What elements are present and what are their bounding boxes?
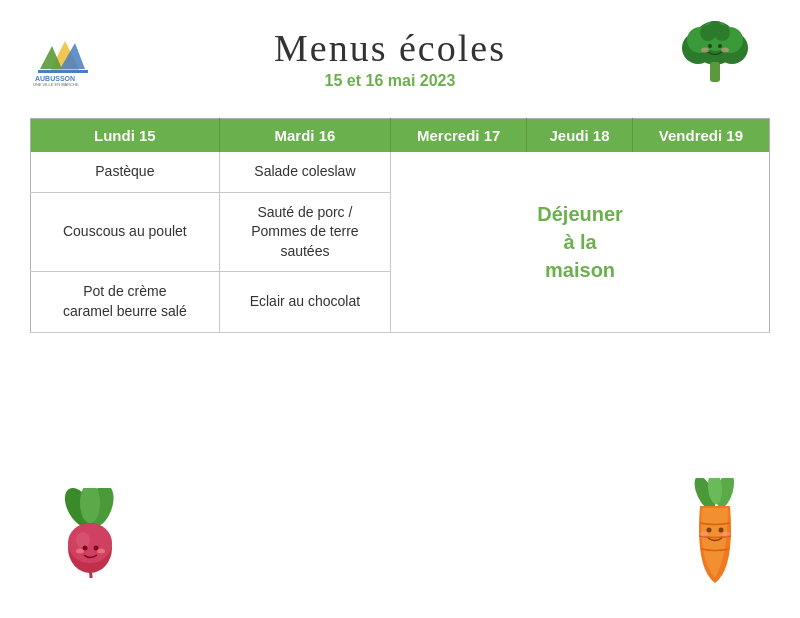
page-title: Menus écoles	[140, 26, 640, 70]
svg-point-29	[97, 549, 105, 554]
svg-point-16	[708, 44, 712, 48]
row1-lundi: Pastèque	[31, 152, 220, 192]
row2-lundi: Couscous au poulet	[31, 192, 220, 272]
table-header-row: Lundi 15 Mardi 16 Mercredi 17 Jeudi 18 V…	[31, 119, 770, 153]
svg-text:AUBUSSON: AUBUSSON	[35, 75, 75, 82]
svg-text:UNE VILLE EN MARCHE: UNE VILLE EN MARCHE	[33, 82, 79, 86]
row3-lundi: Pot de crèmecaramel beurre salé	[31, 272, 220, 332]
row2-mardi: Sauté de porc /Pommes de terresautées	[219, 192, 390, 272]
row3-mardi: Eclair au chocolat	[219, 272, 390, 332]
svg-point-36	[722, 532, 730, 537]
svg-point-19	[721, 48, 729, 53]
broccoli-decoration	[670, 18, 760, 98]
svg-point-25	[76, 532, 90, 548]
dejeuner-cell: Déjeunerà lamaison	[391, 152, 770, 332]
svg-point-28	[76, 549, 84, 554]
svg-rect-3	[38, 70, 88, 73]
col-mardi: Mardi 16	[219, 119, 390, 153]
col-mercredi: Mercredi 17	[391, 119, 527, 153]
col-vendredi: Vendredi 19	[632, 119, 769, 153]
title-area: Menus écoles 15 et 16 mai 2023	[140, 26, 640, 90]
svg-point-34	[719, 528, 724, 533]
radish-decoration	[50, 488, 130, 578]
header: AUBUSSON UNE VILLE EN MARCHE Menus école…	[0, 0, 800, 108]
col-lundi: Lundi 15	[31, 119, 220, 153]
svg-point-17	[718, 44, 722, 48]
row1-mardi: Salade coleslaw	[219, 152, 390, 192]
svg-point-33	[707, 528, 712, 533]
carrot-decoration	[680, 478, 750, 588]
page-subtitle: 15 et 16 mai 2023	[140, 72, 640, 90]
aubusson-logo: AUBUSSON UNE VILLE EN MARCHE	[30, 31, 110, 86]
svg-point-18	[701, 48, 709, 53]
svg-point-35	[700, 532, 708, 537]
svg-point-14	[708, 21, 722, 35]
menu-table: Lundi 15 Mardi 16 Mercredi 17 Jeudi 18 V…	[30, 118, 770, 333]
svg-rect-15	[710, 62, 720, 82]
table-row: Pastèque Salade coleslaw Déjeunerà lamai…	[31, 152, 770, 192]
col-jeudi: Jeudi 18	[527, 119, 633, 153]
logo-area: AUBUSSON UNE VILLE EN MARCHE	[30, 31, 110, 86]
menu-table-wrapper: Lundi 15 Mardi 16 Mercredi 17 Jeudi 18 V…	[30, 118, 770, 333]
